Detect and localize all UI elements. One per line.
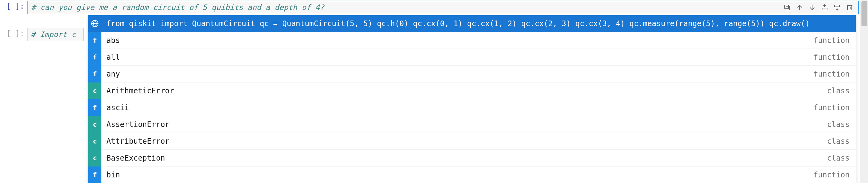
autocomplete-item[interactable]: f all function [88,49,856,66]
autocomplete-type: function [813,36,856,45]
autocomplete-type: function [813,171,856,179]
code-input-area[interactable]: # can you give me a random circuit of 5 … [27,1,859,14]
autocomplete-item[interactable]: from qiskit import QuantumCircuit qc = Q… [88,15,856,32]
autocomplete-type: function [813,53,856,62]
autocomplete-type: function [813,70,856,78]
code-input-area[interactable]: # Import c [27,28,84,41]
class-badge-icon: c [88,116,101,133]
autocomplete-type: class [827,120,856,129]
autocomplete-label: BaseException [101,154,827,162]
cell-toolbar [783,3,855,11]
move-down-icon[interactable] [808,3,816,11]
autocomplete-label: from qiskit import QuantumCircuit qc = Q… [101,19,849,28]
insert-above-icon[interactable] [820,3,829,11]
autocomplete-label: ArithmeticError [101,86,827,95]
scrollbar-thumb[interactable] [862,1,867,26]
svg-rect-2 [822,8,827,10]
duplicate-icon[interactable] [783,3,791,11]
autocomplete-label: any [101,70,813,78]
autocomplete-item[interactable]: c ArithmeticError class [88,82,856,99]
autocomplete-item[interactable]: f ascii function [88,99,856,116]
autocomplete-popup: from qiskit import QuantumCircuit qc = Q… [88,15,856,183]
function-badge-icon: f [88,167,101,183]
class-badge-icon: c [88,133,101,150]
function-badge-icon: f [88,49,101,66]
function-badge-icon: f [88,99,101,116]
move-up-icon[interactable] [796,3,804,11]
delete-icon[interactable] [845,3,854,11]
autocomplete-type: class [827,154,856,162]
autocomplete-label: all [101,53,813,62]
autocomplete-label: AttributeError [101,137,827,146]
autocomplete-label: bin [101,171,813,179]
code-text: # can you give me a random circuit of 5 … [31,3,783,12]
cell-prompt: [ ]: [2,28,27,38]
autocomplete-item[interactable]: c BaseException class [88,150,856,167]
autocomplete-item[interactable]: f any function [88,66,856,82]
autocomplete-item[interactable]: c AssertionError class [88,116,856,133]
notebook-cell: [ ]: # can you give me a random circuit … [0,0,868,15]
autocomplete-type: class [827,137,856,146]
svg-rect-1 [785,5,788,9]
autocomplete-item[interactable]: c AttributeError class [88,133,856,150]
autocomplete-type: function [813,103,856,112]
autocomplete-type: class [827,86,856,95]
class-badge-icon: c [88,150,101,167]
autocomplete-item[interactable]: f abs function [88,32,856,49]
function-badge-icon: f [88,32,101,49]
autocomplete-item[interactable]: f bin function [88,167,856,183]
globe-icon [88,15,101,32]
autocomplete-label: AssertionError [101,120,827,129]
svg-rect-4 [847,6,852,10]
insert-below-icon[interactable] [833,3,841,11]
function-badge-icon: f [88,66,101,82]
class-badge-icon: c [88,82,101,99]
code-text: # Import c [31,30,80,39]
vertical-scrollbar[interactable] [861,0,868,183]
svg-rect-3 [835,5,840,7]
svg-rect-0 [786,6,790,10]
autocomplete-label: ascii [101,103,813,112]
cell-prompt: [ ]: [2,1,27,10]
autocomplete-label: abs [101,36,813,45]
